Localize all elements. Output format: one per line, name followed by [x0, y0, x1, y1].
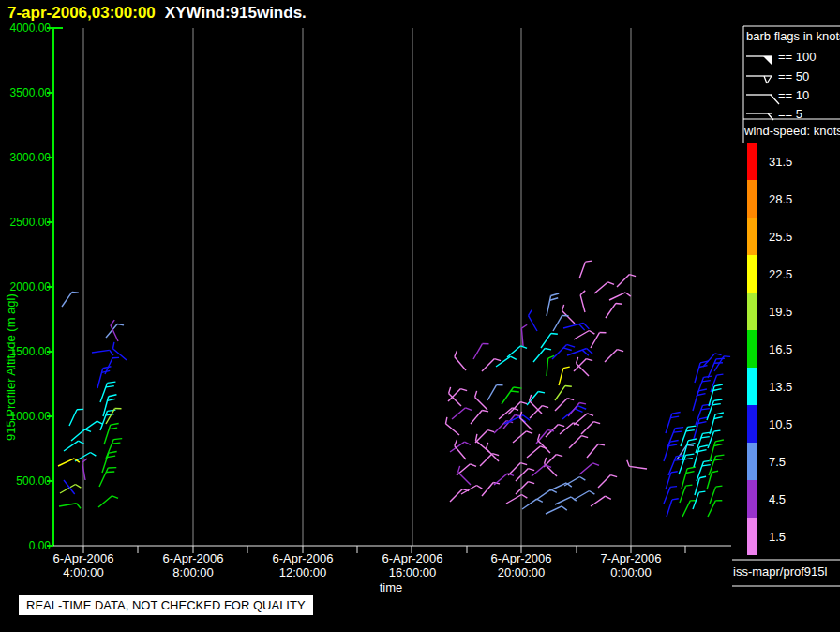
wind-barb	[450, 442, 471, 452]
wind-barb-segment	[562, 305, 564, 311]
wind-barb-segment	[106, 414, 114, 415]
wind-barb-segment	[471, 410, 482, 424]
wind-barb-segment	[112, 443, 120, 444]
colorbar-swatch	[747, 480, 758, 518]
wind-barb-segment	[455, 356, 466, 370]
wind-barb-segment	[109, 395, 117, 397]
wind-barb-segment	[606, 496, 611, 499]
wind-barb-segment	[537, 499, 543, 502]
wind-barb-segment	[629, 275, 636, 277]
wind-barb	[64, 480, 75, 494]
wind-barb	[513, 431, 532, 443]
wind-barb	[695, 361, 709, 383]
colorbar-value: 7.5	[769, 455, 786, 469]
wind-barb	[536, 489, 557, 500]
wind-barb-segment	[455, 440, 458, 445]
wind-barb-segment	[529, 316, 538, 331]
wind-barb-segment	[117, 324, 124, 324]
wind-barb-segment	[551, 489, 557, 492]
x-tick-label: 6-Apr-200612:00:00	[251, 551, 354, 579]
wind-barb	[594, 282, 614, 293]
wind-barb-segment	[110, 350, 113, 355]
x-tick-date: 6-Apr-2006	[32, 551, 135, 565]
wind-barb-segment	[579, 463, 593, 474]
wind-barb-segment	[686, 454, 695, 455]
wind-barb-segment	[714, 399, 723, 400]
x-tick-date: 6-Apr-2006	[470, 551, 573, 565]
wind-barb	[667, 499, 679, 517]
wind-barb	[104, 424, 119, 444]
wind-barb-segment	[580, 295, 585, 312]
wind-barb-segment	[686, 472, 695, 474]
colorbar-swatch	[747, 405, 758, 443]
wind-barb-segment	[617, 275, 629, 287]
y-tick-label: 1500.00	[0, 345, 51, 358]
colorbar-value: 1.5	[769, 530, 786, 544]
wind-barb-segment	[714, 459, 723, 460]
wind-barb-segment	[547, 358, 548, 376]
wind-barb-segment	[499, 408, 513, 419]
wind-barb	[574, 331, 594, 340]
wind-barb-segment	[109, 428, 117, 429]
wind-barb-segment	[670, 441, 679, 443]
colorbar-swatch	[747, 143, 758, 180]
wind-barb-segment	[687, 467, 696, 469]
wind-barb-segment	[609, 293, 625, 300]
flag-label: == 10	[778, 88, 809, 102]
wind-barb-segment	[587, 444, 598, 458]
wind-barb-segment	[699, 445, 708, 447]
wind-barb-segment	[103, 397, 109, 416]
wind-barb-segment	[608, 282, 614, 285]
wind-barb-segment	[482, 482, 493, 496]
wind-barb-segment	[452, 408, 466, 419]
wind-barb	[710, 440, 724, 461]
y-tick-label: 3500.00	[0, 86, 51, 99]
wind-barb-segment	[715, 440, 724, 442]
legend-colorbar-title: wind-speed: knots	[744, 124, 840, 138]
wind-barb-segment	[575, 409, 582, 412]
wind-barb-segment	[670, 487, 677, 488]
wind-barb	[58, 459, 80, 466]
wind-barb-segment	[77, 504, 81, 509]
wind-barb-segment	[708, 501, 715, 517]
wind-barb	[555, 497, 577, 504]
wind-barb-segment	[62, 292, 72, 307]
wind-barb-segment	[688, 439, 697, 441]
wind-barb-segment	[687, 444, 696, 445]
wind-barb	[693, 389, 707, 411]
colorbar-swatch	[747, 368, 758, 405]
wind-barb-segment	[698, 422, 707, 424]
wind-barb-segment	[714, 363, 723, 364]
x-tick-label: 7-Apr-20060:00:00	[579, 551, 682, 579]
wind-barb-segment	[666, 414, 672, 433]
wind-barb-segment	[715, 486, 722, 487]
wind-barb-segment	[101, 370, 110, 372]
wind-barb-segment	[708, 359, 716, 378]
wind-barb-segment	[586, 359, 592, 361]
wind-barb-segment	[562, 506, 567, 510]
wind-barb-segment	[506, 495, 521, 504]
wind-barb	[488, 385, 502, 400]
wind-barb	[555, 399, 574, 411]
wind-barb-segment	[64, 480, 75, 494]
wind-barb-segment	[707, 400, 714, 420]
wind-barb-segment	[550, 298, 559, 300]
wind-barb	[69, 409, 83, 426]
wind-barb-segment	[563, 348, 572, 351]
wind-barb-segment	[699, 417, 708, 419]
wind-barb	[598, 475, 617, 488]
wind-barb	[99, 468, 116, 487]
wind-barb	[98, 496, 118, 507]
wind-barb	[591, 496, 611, 506]
wind-barb	[579, 261, 592, 278]
x-tick-time: 20:00:00	[470, 565, 573, 579]
wind-barb-segment	[111, 320, 114, 325]
wind-barb-segment	[507, 346, 521, 357]
wind-barb-segment	[100, 383, 108, 402]
wind-barb-segment	[98, 496, 112, 507]
wind-barb-segment	[482, 410, 488, 411]
wind-barb-segment	[562, 311, 575, 324]
colorbar-value: 4.5	[769, 492, 786, 506]
wind-barb-segment	[587, 348, 593, 354]
wind-barb-segment	[465, 442, 471, 444]
